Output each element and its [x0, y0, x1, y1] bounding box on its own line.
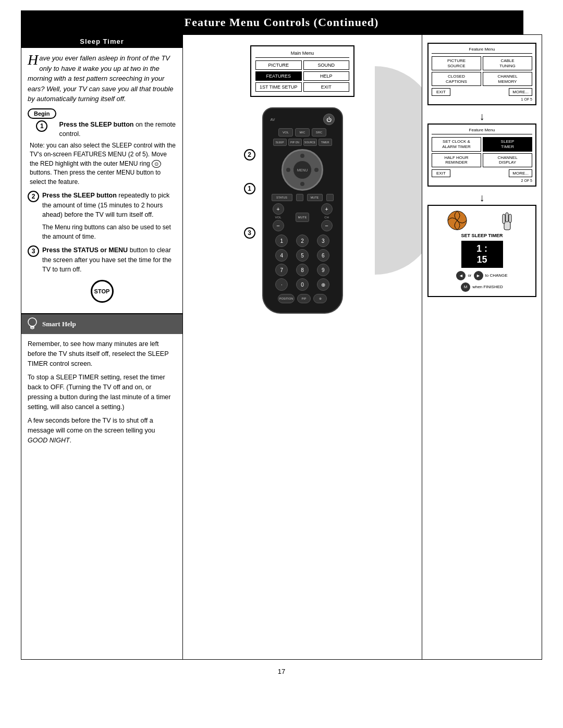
remote-sleep-btn[interactable]: SLEEP: [273, 139, 287, 146]
fm2-channel-display[interactable]: CHANNELDISPLAY: [483, 153, 532, 167]
remote-control: AV ⏻ VOL MIC SRC SLEEP PIP ON SOURCE TIM…: [262, 107, 343, 314]
remote-mic-btn[interactable]: MIC: [295, 128, 310, 137]
remote-nav-right[interactable]: [314, 168, 319, 172]
menu-btn-help[interactable]: HELP: [303, 71, 350, 81]
main-menu-row2: 1ST TIME SETUP EXIT: [255, 82, 349, 92]
remote-nav-ring[interactable]: MENU: [282, 149, 323, 191]
fm1-closed-captions[interactable]: CLOSEDCAPTIONS: [432, 72, 481, 86]
step-1-text: Press the SLEEP button on the remote con…: [59, 108, 176, 140]
remote-num-7[interactable]: 7: [275, 264, 288, 276]
fm2-page-indicator: 2 OF 5: [432, 179, 532, 182]
menu-btn-setup[interactable]: 1ST TIME SETUP: [255, 82, 302, 92]
remote-src-btn[interactable]: SRC: [312, 128, 326, 137]
to-change-label: to CHANGE: [485, 273, 508, 278]
remote-position-btn[interactable]: POSITION: [278, 294, 295, 303]
remote-pip-btn[interactable]: PIP: [297, 294, 311, 303]
remote-vol-ch-row: + VOL − MUTE + CH −: [268, 203, 337, 231]
menu-btn-picture[interactable]: PICTURE: [255, 60, 302, 70]
step-2-text: Press the SLEEP button repeatedly to pic…: [42, 191, 176, 220]
left-arrow-btn[interactable]: ◄: [456, 271, 466, 280]
fm2-exit-btn[interactable]: EXIT: [432, 169, 450, 177]
title-suffix: Controls (Continued): [264, 16, 379, 29]
stop-label: STOP: [94, 288, 110, 294]
fm1-footer-row: EXIT MORE...: [432, 88, 532, 96]
remote-extra-btn[interactable]: ⊕: [313, 294, 327, 303]
arrow-down-2: ↓: [427, 192, 536, 204]
when-finished-label: when FINISHED: [472, 285, 503, 289]
menu-btn-features[interactable]: FEATURES: [255, 71, 302, 81]
menu-btn-sound[interactable]: SOUND: [303, 60, 350, 70]
remote-num-enter[interactable]: ⊕: [317, 278, 329, 291]
remote-status-row: STATUS MUTE: [268, 194, 337, 201]
remote-num-9[interactable]: 9: [317, 264, 329, 276]
fm1-picture-source[interactable]: PICTURESOURCE: [432, 56, 481, 70]
feature-menu-2-title: Feature Menu: [432, 128, 532, 134]
remote-num-6[interactable]: 6: [317, 249, 329, 262]
step-2-container: 2 Press the SLEEP button repeatedly to p…: [28, 191, 176, 220]
remote-num-1[interactable]: 1: [275, 235, 288, 247]
remote-nav-up[interactable]: [300, 154, 304, 158]
fm1-channel-memory[interactable]: CHANNELMEMORY: [483, 72, 532, 86]
remote-pipon-btn[interactable]: PIP ON: [288, 139, 302, 146]
note-text: Note: you can also select the SLEEP cont…: [30, 141, 176, 187]
remote-ch-minus[interactable]: −: [321, 220, 333, 231]
menu-btn-m[interactable]: M: [461, 282, 470, 292]
remote-ch-group: + CH −: [321, 203, 333, 231]
remote-nav-down[interactable]: [300, 182, 304, 186]
remote-mute-label[interactable]: MUTE: [307, 194, 323, 201]
hand-icon: [496, 210, 517, 231]
remote-nav-center[interactable]: MENU: [293, 161, 312, 179]
right-arrow-btn[interactable]: ►: [474, 271, 483, 280]
smart-help-para-3: A few seconds before the TV is to shut o…: [28, 416, 176, 445]
fm2-more-btn[interactable]: MORE...: [509, 169, 532, 177]
ch-label: CH: [324, 216, 329, 219]
menu-btn-exit[interactable]: EXIT: [303, 82, 350, 92]
remote-source-btn[interactable]: SOURCE: [303, 139, 317, 146]
remote-status-btn[interactable]: STATUS: [272, 194, 292, 201]
remote-nav-left[interactable]: [286, 168, 290, 172]
stop-icon-container: STOP: [28, 280, 176, 303]
remote-num-5[interactable]: 5: [296, 249, 309, 262]
vol-label: VOL: [275, 216, 281, 219]
remote-section: 2 1 3 AV ⏻ VOL MIC SRC S: [262, 107, 343, 314]
remote-num-3[interactable]: 3: [317, 235, 329, 247]
fm1-page-indicator: 1 OF 5: [432, 97, 532, 101]
remote-power-button[interactable]: ⏻: [323, 114, 335, 125]
title-prefix: Feature Menu: [185, 16, 260, 29]
fm2-sleep-timer[interactable]: SLEEPTIMER: [483, 137, 532, 151]
basketball-icon: [447, 210, 468, 231]
remote-num-2[interactable]: 2: [296, 235, 309, 247]
main-menu-grid: PICTURE SOUND FEATURES HELP: [255, 60, 349, 81]
remote-num-0[interactable]: 0: [296, 278, 309, 291]
remote-mute-btn[interactable]: MUTE: [296, 213, 309, 222]
smart-help-header: Smart Help: [21, 314, 182, 334]
remote-timer-btn[interactable]: TIMER: [319, 139, 332, 146]
remote-vol-plus[interactable]: +: [273, 203, 284, 215]
page-title: Feature Menu Controls (Continued): [31, 16, 532, 29]
remote-top-row: AV ⏻: [268, 114, 337, 125]
fm1-cable-tuning[interactable]: CABLETUNING: [483, 56, 532, 70]
right-column: Feature Menu PICTURESOURCE CABLETUNING C…: [422, 35, 542, 659]
remote-vol-minus[interactable]: −: [273, 220, 284, 231]
drop-cap-h: H: [28, 53, 38, 66]
remote-vol-group: + VOL −: [273, 203, 284, 231]
remote-num-8[interactable]: 8: [296, 264, 309, 276]
fm1-exit-btn[interactable]: EXIT: [432, 88, 450, 96]
remote-num-4[interactable]: 4: [275, 249, 288, 262]
fm1-more-btn[interactable]: MORE...: [509, 88, 532, 96]
step-3-text: Press the STATUS or MENU button to clear…: [42, 245, 176, 275]
remote-blank-btn-2: [326, 194, 334, 201]
menu-finished-row: M when FINISHED: [433, 282, 531, 292]
step-3-container: 3 Press the STATUS or MENU button to cle…: [28, 245, 176, 275]
svg-rect-7: [509, 214, 511, 223]
sleep-timer-title: Sleep Timer: [80, 38, 124, 45]
remote-vol-btn[interactable]: VOL: [278, 128, 293, 137]
remote-ch-plus[interactable]: +: [321, 203, 333, 215]
sleep-timer-controls: ◄ or ► to CHANGE: [433, 271, 531, 280]
svg-rect-6: [506, 213, 508, 222]
sleep-timer-screen-box: SET SLEEP TIMER 1 : 15 ◄ or ► to CHANGE …: [427, 205, 536, 297]
fm2-clock-alarm[interactable]: SET CLOCK &ALARM TIMER: [432, 137, 481, 151]
remote-num-dot[interactable]: ·: [275, 278, 288, 291]
step-label-1: 1: [244, 183, 255, 194]
fm2-half-hour[interactable]: HALF HOURREMINDER: [432, 153, 481, 167]
